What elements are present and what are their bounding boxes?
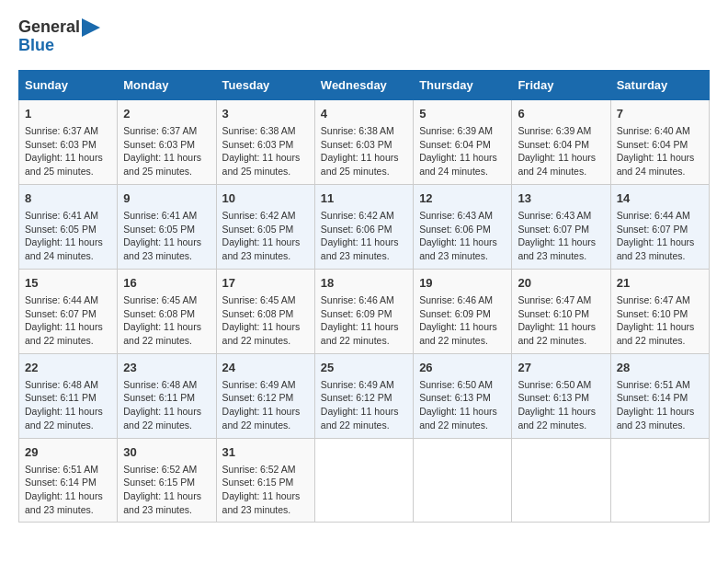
day-number: 2: [123, 106, 210, 122]
calendar-table: SundayMondayTuesdayWednesdayThursdayFrid…: [18, 70, 710, 523]
day-number: 14: [617, 190, 703, 207]
day-cell: [314, 438, 413, 523]
day-cell: 30Sunrise: 6:52 AMSunset: 6:15 PMDayligh…: [118, 438, 216, 523]
day-cell: 12Sunrise: 6:43 AMSunset: 6:06 PMDayligh…: [414, 184, 512, 269]
day-cell: 7Sunrise: 6:40 AMSunset: 6:04 PMDaylight…: [610, 99, 709, 184]
day-cell: 13Sunrise: 6:43 AMSunset: 6:07 PMDayligh…: [512, 184, 610, 269]
day-cell: [610, 438, 709, 523]
day-number: 27: [518, 360, 604, 376]
day-cell: 22Sunrise: 6:48 AMSunset: 6:11 PMDayligh…: [19, 353, 118, 438]
col-header-thursday: Thursday: [414, 70, 512, 99]
day-number: 7: [617, 106, 703, 122]
day-cell: 21Sunrise: 6:47 AMSunset: 6:10 PMDayligh…: [610, 269, 709, 353]
day-number: 30: [123, 444, 210, 461]
day-cell: 1Sunrise: 6:37 AMSunset: 6:03 PMDaylight…: [19, 99, 118, 184]
day-cell: 24Sunrise: 6:49 AMSunset: 6:12 PMDayligh…: [216, 353, 314, 438]
day-number: 17: [222, 275, 309, 292]
day-cell: 31Sunrise: 6:52 AMSunset: 6:15 PMDayligh…: [216, 438, 314, 523]
day-number: 20: [518, 275, 604, 292]
col-header-saturday: Saturday: [610, 70, 709, 99]
day-cell: 10Sunrise: 6:42 AMSunset: 6:05 PMDayligh…: [216, 184, 314, 269]
day-cell: 4Sunrise: 6:38 AMSunset: 6:03 PMDaylight…: [314, 99, 413, 184]
week-row-2: 8Sunrise: 6:41 AMSunset: 6:05 PMDaylight…: [19, 184, 710, 269]
day-number: 23: [123, 360, 210, 376]
day-number: 10: [222, 190, 309, 207]
day-number: 28: [617, 360, 703, 376]
page-header: General Blue: [18, 18, 710, 55]
day-cell: 18Sunrise: 6:46 AMSunset: 6:09 PMDayligh…: [314, 269, 413, 353]
day-number: 11: [321, 190, 407, 207]
day-cell: [414, 438, 512, 523]
day-number: 13: [518, 190, 604, 207]
day-number: 16: [123, 275, 210, 292]
day-cell: 27Sunrise: 6:50 AMSunset: 6:13 PMDayligh…: [512, 353, 610, 438]
week-row-4: 22Sunrise: 6:48 AMSunset: 6:11 PMDayligh…: [19, 353, 710, 438]
col-header-wednesday: Wednesday: [314, 70, 413, 99]
day-cell: 8Sunrise: 6:41 AMSunset: 6:05 PMDaylight…: [19, 184, 118, 269]
day-cell: 11Sunrise: 6:42 AMSunset: 6:06 PMDayligh…: [314, 184, 413, 269]
day-number: 3: [222, 106, 309, 122]
col-header-friday: Friday: [512, 70, 610, 99]
day-number: 21: [617, 275, 703, 292]
day-cell: 14Sunrise: 6:44 AMSunset: 6:07 PMDayligh…: [610, 184, 709, 269]
day-cell: [512, 438, 610, 523]
day-number: 24: [222, 360, 309, 376]
day-number: 15: [25, 275, 111, 292]
day-cell: 6Sunrise: 6:39 AMSunset: 6:04 PMDaylight…: [512, 99, 610, 184]
day-number: 18: [321, 275, 407, 292]
day-cell: 2Sunrise: 6:37 AMSunset: 6:03 PMDaylight…: [118, 99, 216, 184]
day-number: 31: [222, 444, 309, 461]
day-cell: 17Sunrise: 6:45 AMSunset: 6:08 PMDayligh…: [216, 269, 314, 353]
day-cell: 29Sunrise: 6:51 AMSunset: 6:14 PMDayligh…: [19, 438, 118, 523]
day-number: 12: [419, 190, 506, 207]
col-header-monday: Monday: [118, 70, 216, 99]
calendar-body: 1Sunrise: 6:37 AMSunset: 6:03 PMDaylight…: [19, 99, 710, 523]
day-number: 6: [518, 106, 604, 122]
day-number: 25: [321, 360, 407, 376]
day-number: 26: [419, 360, 506, 376]
logo: General Blue: [18, 18, 100, 55]
day-number: 22: [25, 360, 111, 376]
week-row-3: 15Sunrise: 6:44 AMSunset: 6:07 PMDayligh…: [19, 269, 710, 353]
day-number: 29: [25, 444, 111, 461]
col-header-sunday: Sunday: [19, 70, 118, 99]
svg-marker-0: [82, 18, 100, 37]
day-cell: 3Sunrise: 6:38 AMSunset: 6:03 PMDaylight…: [216, 99, 314, 184]
day-number: 1: [25, 106, 111, 122]
day-cell: 9Sunrise: 6:41 AMSunset: 6:05 PMDaylight…: [118, 184, 216, 269]
day-cell: 26Sunrise: 6:50 AMSunset: 6:13 PMDayligh…: [414, 353, 512, 438]
week-row-1: 1Sunrise: 6:37 AMSunset: 6:03 PMDaylight…: [19, 99, 710, 184]
day-cell: 16Sunrise: 6:45 AMSunset: 6:08 PMDayligh…: [118, 269, 216, 353]
day-cell: 25Sunrise: 6:49 AMSunset: 6:12 PMDayligh…: [314, 353, 413, 438]
day-cell: 23Sunrise: 6:48 AMSunset: 6:11 PMDayligh…: [118, 353, 216, 438]
day-cell: 19Sunrise: 6:46 AMSunset: 6:09 PMDayligh…: [414, 269, 512, 353]
logo-arrow-icon: [82, 18, 100, 37]
day-number: 9: [123, 190, 210, 207]
day-cell: 15Sunrise: 6:44 AMSunset: 6:07 PMDayligh…: [19, 269, 118, 353]
day-cell: 5Sunrise: 6:39 AMSunset: 6:04 PMDaylight…: [414, 99, 512, 184]
day-cell: 28Sunrise: 6:51 AMSunset: 6:14 PMDayligh…: [610, 353, 709, 438]
week-row-5: 29Sunrise: 6:51 AMSunset: 6:14 PMDayligh…: [19, 438, 710, 523]
col-header-tuesday: Tuesday: [216, 70, 314, 99]
day-number: 5: [419, 106, 506, 122]
day-number: 4: [321, 106, 407, 122]
day-number: 19: [419, 275, 506, 292]
column-headers: SundayMondayTuesdayWednesdayThursdayFrid…: [19, 70, 710, 99]
day-number: 8: [25, 190, 111, 207]
day-cell: 20Sunrise: 6:47 AMSunset: 6:10 PMDayligh…: [512, 269, 610, 353]
